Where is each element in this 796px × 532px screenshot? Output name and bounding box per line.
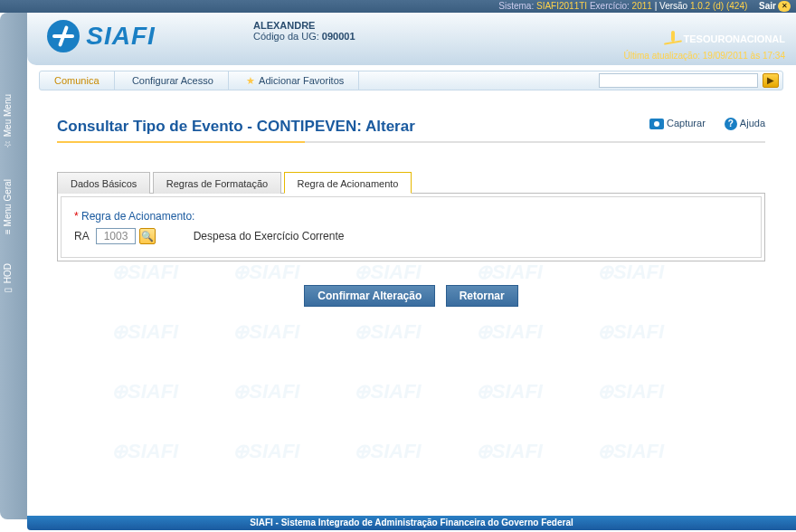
footer: SIAFI - Sistema Integrado de Administraç… [27,516,796,530]
sidetab-hod[interactable]: ▭ HOD [3,257,24,302]
search-input[interactable] [599,73,758,88]
exercicio-label: Exercício: [590,1,630,11]
bars-icon: ≡ [3,230,13,235]
exercicio-value: 2011 [632,1,652,11]
siafi-logo-icon [47,20,80,52]
logo: SIAFI [47,20,156,52]
tab-regra-acionamento[interactable]: Regra de Acionamento [284,172,412,194]
capturar-button[interactable]: Capturar [649,118,706,129]
field-label-row: * Regra de Acionamento: [74,210,748,223]
required-marker: * [74,210,79,223]
user-name: ALEXANDRE [253,20,355,31]
tesouro-nacional: TESOURONACIONAL [664,33,785,47]
siafi-logo-text: SIAFI [86,22,156,51]
ug-code: Código da UG: 090001 [253,31,355,42]
help-icon: ? [725,118,737,130]
button-row: Confirmar Alteração Retornar [39,285,783,307]
system-bar: Sistema: SIAFI2011TI Exercício: 2011 | V… [0,0,796,13]
lookup-button[interactable]: 🔍 [139,228,156,244]
ra-code-input[interactable] [96,228,136,244]
sair-button[interactable]: Sair [759,1,776,11]
confirmar-button[interactable]: Confirmar Alteração [304,285,435,307]
user-block: ALEXANDRE Código da UG: 090001 [253,20,355,42]
menu-bar: Comunica Configurar Acesso ★Adicionar Fa… [39,71,783,90]
sidetab-meu-menu[interactable]: ☆ Meu Menu [3,85,24,157]
last-update: Última atualização: 19/09/2011 às 17:34 [624,51,785,61]
versao-value: 1.0.2 (d) (424) [690,1,747,11]
page-tools: Capturar ?Ajuda [633,118,765,130]
ajuda-button[interactable]: ?Ajuda [725,118,765,130]
watermark: ⊕SIAFI⊕SIAFI⊕SIAFI⊕SIAFI⊕SIAFI ⊕SIAFI⊕SI… [84,242,765,469]
retornar-button[interactable]: Retornar [446,285,518,307]
sistema-label: Sistema: [498,1,534,11]
side-tabs: ☆ Meu Menu ≡ Menu Geral ▭ HOD [0,13,27,519]
monitor-icon: ▭ [3,286,13,296]
content: Capturar ?Ajuda Consultar Tipo de Evento… [39,98,783,505]
sidetab-menu-geral[interactable]: ≡ Menu Geral [3,166,24,248]
header: SIAFI ALEXANDRE Código da UG: 090001 TES… [27,13,796,65]
menu-configurar-acesso[interactable]: Configurar Acesso [118,71,229,90]
sistema-value: SIAFI2011TI [536,1,587,11]
star-icon: ☆ [3,139,13,149]
ra-description: Despesa do Exercício Corrente [194,230,345,242]
tesouro-icon [664,33,682,47]
field-row: RA 🔍 Despesa do Exercício Corrente [74,228,748,244]
star-icon: ★ [246,75,255,86]
title-underline [57,141,765,143]
search-go-button[interactable]: ▶ [763,73,779,88]
tab-dados-basicos[interactable]: Dados Básicos [57,172,150,194]
tab-regras-formatacao[interactable]: Regras de Formatação [153,172,282,194]
regra-acionamento-label: Regra de Acionamento: [81,210,194,223]
versao-label: Versão [659,1,687,11]
tabs: Dados Básicos Regras de Formatação Regra… [57,172,765,194]
form-box-inner: * Regra de Acionamento: RA 🔍 Despesa do … [61,196,762,258]
ra-prefix: RA [74,230,90,242]
form-box: * Regra de Acionamento: RA 🔍 Despesa do … [57,193,765,261]
camera-icon [649,119,664,129]
menu-adicionar-favoritos[interactable]: ★Adicionar Favoritos [232,71,359,90]
search-box: ▶ [599,73,779,88]
sair-icon[interactable]: ✕ [778,1,791,12]
menu-comunica[interactable]: Comunica [40,71,115,90]
